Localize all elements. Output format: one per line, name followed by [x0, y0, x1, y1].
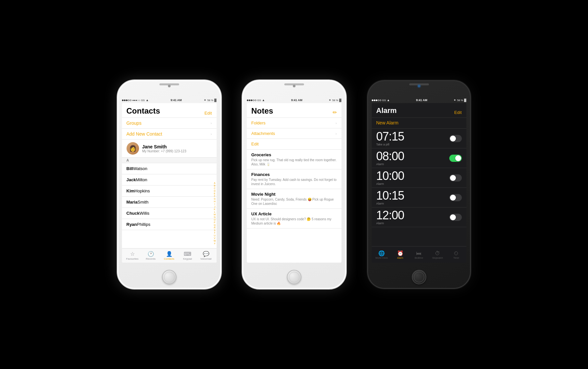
contacts-app: Contacts Edit Groups › Add New Contact ›… [122, 103, 217, 263]
list-item[interactable]: Maria Smith [122, 197, 217, 208]
tab-contacts[interactable]: 👤 Contacts [160, 251, 178, 260]
alarm-title: Alarm [376, 106, 397, 115]
home-button-alarm[interactable] [412, 270, 426, 284]
notes-compose-button[interactable]: ✏ [333, 109, 337, 116]
alarm-time-block-1000: 10:00 Alarm [376, 170, 404, 185]
alarm-app: Alarm Edit New Alarm 07:15 Take a pill [372, 103, 466, 263]
list-item[interactable]: Bill Watson [122, 163, 217, 174]
contacts-edit-button[interactable]: Edit [204, 111, 212, 116]
folders-chevron: › [336, 121, 337, 125]
bluetooth-notes: ✦ [329, 98, 331, 102]
keypad-label: Keypad [183, 257, 192, 260]
alarm-phone: GS ▲ 9:41 AM ✦ 58 % ▓ Alarm Edit New Ala… [366, 79, 472, 290]
notes-folders-row[interactable]: Folders › [247, 118, 341, 128]
status-left-contacts: ●●●○○ GS ▲ [122, 98, 149, 102]
first-name-jack: Jack [127, 177, 136, 182]
bluetooth-contacts: ✦ [204, 98, 206, 102]
attachments-chevron: › [336, 132, 337, 136]
carrier-contacts: ●●●○○ GS [132, 99, 145, 102]
clock-tab-worldclock[interactable]: 🌐 World Clock [372, 250, 391, 259]
first-name-chuck: Chuck [127, 211, 140, 216]
alpha-index[interactable]: A B C D E F G H I J K L M N O P Q [214, 182, 216, 244]
wifi-notes: ▲ [262, 98, 265, 102]
section-a: A [122, 158, 217, 163]
signal-contacts [122, 99, 131, 101]
note-movienight[interactable]: Movie Night Need: Popcorn, Candy, Soda, … [247, 189, 341, 209]
clock-tab-timer[interactable]: ⏲ Timer [447, 250, 466, 259]
notes-edit-label: Edit [251, 141, 259, 146]
alarm-label-0715: Take a pill [376, 143, 404, 146]
toggle-1015[interactable] [449, 194, 462, 201]
toggle-knob-1200 [450, 214, 456, 220]
avatar-img: 👩 [127, 142, 139, 155]
alarm-time-block-1015: 10:15 Alarm [376, 190, 404, 205]
notes-folders-label: Folders [251, 120, 266, 125]
alarm-label-1000: Alarm [376, 182, 404, 185]
alarm-edit-button[interactable]: Edit [454, 110, 461, 115]
last-name-hopkins: Hopkins [134, 188, 150, 193]
home-button-contacts[interactable] [162, 270, 176, 284]
contacts-title: Contacts [127, 106, 160, 116]
notes-edit-row[interactable]: Edit [247, 139, 341, 150]
notes-phone: GS ▲ 9:41 AM ✦ 58 % ▓ Notes ✏ Folders › … [242, 79, 347, 290]
home-button-inner-contacts [164, 272, 175, 282]
tab-keypad[interactable]: ⌨ Keypad [178, 251, 197, 260]
toggle-0715[interactable] [449, 135, 462, 142]
bluetooth-alarm: ✦ [454, 98, 456, 102]
toggle-0800[interactable] [449, 155, 462, 162]
home-button-notes[interactable] [287, 270, 301, 284]
alarm-time-1000: 10:00 [376, 170, 404, 182]
note-uxarticle[interactable]: UX Article UX is not UI. Should designer… [247, 209, 341, 228]
contacts-phone: ●●●○○ GS ▲ 9:41 AM ✦ 58 % ▓ Contacts Edi… [117, 79, 222, 290]
timer-label: Timer [453, 257, 459, 259]
note-title-groceries: Groceries [251, 152, 337, 157]
tab-voicemail[interactable]: 💬 Voicemail [197, 251, 215, 260]
tab-favourites[interactable]: ☆ Favourites [123, 251, 142, 260]
toggle-1200[interactable] [449, 214, 462, 221]
list-item[interactable]: Ryan Phillips [122, 219, 217, 230]
clock-tab-alarm[interactable]: ⏰ Alarm [391, 250, 410, 259]
clock-tabbar: 🌐 World Clock ⏰ Alarm 🛏 Bedtime ⏱ Stopwa… [372, 246, 466, 263]
new-alarm-row[interactable]: New Alarm [372, 118, 466, 129]
contacts-list: Bill Watson Jack Milton Kim Hopkins Mari… [122, 163, 217, 263]
battery-notes: 58 % [332, 99, 338, 102]
toggle-knob-0715 [450, 136, 456, 141]
worldclock-icon: 🌐 [378, 250, 385, 256]
status-left-alarm: GS ▲ [372, 98, 390, 102]
alarm-tab-label: Alarm [397, 257, 403, 259]
note-title-movienight: Movie Night [251, 192, 337, 197]
voicemail-label: Voicemail [200, 257, 211, 260]
last-name-willis: Willis [139, 211, 149, 216]
list-item[interactable]: Chuck Willis [122, 208, 217, 219]
alarm-time-1200: 12:00 [376, 209, 404, 221]
clock-tab-stopwatch[interactable]: ⏱ Stopwatch [428, 250, 447, 259]
contacts-tab-label: Contacts [164, 257, 175, 260]
note-groceries[interactable]: Groceries Pick up new rug. That old rug … [247, 150, 341, 169]
note-title-finances: Finances [251, 172, 337, 177]
home-button-inner-alarm [414, 272, 424, 282]
contacts-self[interactable]: 👩 Jane Smith My Number: +7 (999) 123-123 [122, 140, 217, 158]
battery-alarm: 58 % [457, 99, 463, 102]
notes-screen: Notes ✏ Folders › Attachments › Edit Gro… [247, 103, 341, 263]
first-name-ryan: Ryan [127, 222, 137, 227]
status-bar-alarm: GS ▲ 9:41 AM ✦ 58 % ▓ [367, 97, 471, 103]
contacts-add-label: Add New Contact [127, 131, 162, 137]
first-name-bill: Bill [127, 166, 133, 171]
recents-icon: 🕐 [148, 251, 154, 257]
camera-notes [293, 85, 295, 87]
list-item[interactable]: Kim Hopkins [122, 185, 217, 197]
contacts-groups-row[interactable]: Groups › [122, 118, 217, 129]
contacts-add-row[interactable]: Add New Contact › [122, 129, 217, 140]
phone-top-alarm [367, 80, 471, 100]
favourites-label: Favourites [126, 257, 138, 260]
note-preview-finances: Pay rent by Tuesday. Add cash to savings… [251, 178, 337, 186]
note-finances[interactable]: Finances Pay rent by Tuesday. Add cash t… [247, 169, 341, 189]
clock-tab-bedtime[interactable]: 🛏 Bedtime [410, 250, 428, 259]
notes-header: Notes ✏ [247, 103, 341, 118]
list-item[interactable]: Jack Milton [122, 174, 217, 185]
bedtime-label: Bedtime [415, 257, 423, 259]
toggle-1000[interactable] [449, 174, 462, 182]
tab-recents[interactable]: 🕐 Recents [142, 251, 160, 260]
notes-attachments-row[interactable]: Attachments › [247, 128, 341, 139]
status-right-contacts: ✦ 58 % ▓ [204, 98, 217, 102]
